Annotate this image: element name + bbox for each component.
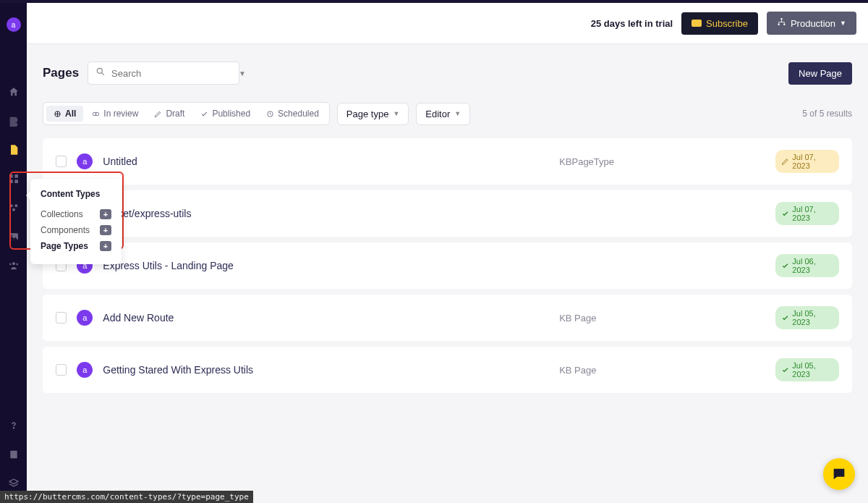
table-row[interactable]: aGetting Stared With Express UtilsKB Pag… (43, 347, 852, 393)
svg-point-5 (14, 204, 17, 207)
home-icon[interactable] (7, 85, 20, 98)
row-type: KB Page (559, 365, 765, 376)
svg-rect-0 (9, 174, 13, 178)
editor-filter[interactable]: Editor▼ (416, 103, 470, 125)
svg-rect-13 (10, 451, 17, 459)
svg-rect-14 (780, 18, 782, 20)
svg-point-10 (9, 263, 12, 266)
chevron-down-icon[interactable]: ▼ (239, 69, 246, 77)
row-date-badge: Jul 05, 2023 (775, 358, 839, 381)
svg-rect-3 (14, 179, 18, 183)
plus-icon[interactable]: + (100, 225, 111, 235)
new-page-button[interactable]: New Page (788, 62, 852, 85)
row-avatar: a (77, 153, 93, 169)
sidebar-avatar[interactable]: a (7, 17, 21, 32)
svg-point-6 (12, 208, 15, 211)
chevron-down-icon: ▼ (840, 20, 846, 27)
row-title[interactable]: Add New Route (103, 312, 549, 324)
table-row[interactable]: aAdd New RouteKB PageJul 05, 2023 (43, 295, 852, 341)
subscribe-button[interactable]: Subscribe (681, 12, 758, 35)
chevron-down-icon: ▼ (393, 110, 399, 117)
plus-icon[interactable]: + (100, 209, 111, 219)
card-icon (692, 20, 702, 27)
row-avatar: a (77, 362, 93, 378)
row-title[interactable]: Getting Stared With Express Utils (103, 364, 549, 376)
plus-icon[interactable]: + (100, 241, 111, 251)
search-box[interactable]: ▼ (88, 62, 239, 85)
production-button[interactable]: Production ▼ (767, 12, 856, 35)
row-type: KB Page (559, 313, 765, 324)
grid-icon[interactable] (7, 172, 20, 185)
table-row[interactable]: aExpress Utils - Landing PageJul 06, 202… (43, 242, 852, 289)
svg-point-11 (16, 263, 18, 266)
row-date-badge: Jul 07, 2023 (775, 202, 839, 225)
content-types-popover: Content Types Collections + Components +… (30, 179, 122, 264)
help-icon[interactable] (7, 419, 20, 432)
svg-rect-16 (783, 24, 785, 25)
row-avatar: a (77, 310, 93, 326)
filter-scheduled[interactable]: Scheduled (259, 106, 326, 122)
filter-published[interactable]: Published (193, 106, 258, 122)
status-bar-url: https://buttercms.com/content-types/?typ… (0, 491, 253, 503)
row-date-badge: Jul 07, 2023 (775, 150, 839, 173)
header-row: Pages ▼ New Page (43, 62, 852, 85)
users-icon[interactable] (7, 259, 20, 272)
row-title[interactable]: bisiket/express-utils (103, 208, 549, 219)
filter-row: All In review Draft Published Scheduled … (43, 102, 852, 125)
search-icon (95, 67, 106, 80)
trial-text: 25 days left in trial (591, 18, 673, 29)
pages-icon[interactable] (7, 143, 20, 156)
page-title: Pages (43, 66, 79, 80)
search-input[interactable] (111, 68, 233, 79)
popover-collections[interactable]: Collections + (41, 206, 111, 222)
media-icon[interactable] (7, 230, 20, 243)
popover-title: Content Types (41, 189, 111, 199)
status-filter-group: All In review Draft Published Scheduled (43, 102, 330, 125)
svg-point-17 (97, 68, 102, 73)
row-title[interactable]: Untitled (103, 156, 549, 167)
svg-rect-1 (14, 174, 18, 178)
docs-icon[interactable] (7, 448, 20, 461)
content-types-icon[interactable] (7, 201, 20, 214)
page-type-filter[interactable]: Page type▼ (337, 103, 409, 125)
table-row[interactable]: abisiket/express-utilsJul 07, 2023 (43, 190, 852, 237)
row-checkbox[interactable] (56, 312, 67, 324)
blog-icon[interactable] (7, 114, 20, 127)
filter-all[interactable]: All (46, 106, 83, 122)
popover-components[interactable]: Components + (41, 222, 111, 238)
row-checkbox[interactable] (56, 364, 67, 376)
svg-point-9 (12, 262, 15, 265)
popover-page-types[interactable]: Page Types + (41, 238, 111, 254)
topbar: 25 days left in trial Subscribe Producti… (27, 3, 868, 44)
main-content: Pages ▼ New Page All In review Draft Pub… (27, 44, 868, 503)
filter-in-review[interactable]: In review (85, 106, 145, 122)
chevron-down-icon: ▼ (454, 110, 461, 117)
table-row[interactable]: aUntitledKBPageTypeJul 07, 2023 (43, 138, 852, 185)
svg-point-12 (13, 428, 14, 428)
filter-draft[interactable]: Draft (147, 106, 192, 122)
row-checkbox[interactable] (56, 156, 67, 167)
pages-list: aUntitledKBPageTypeJul 07, 2023abisiket/… (43, 138, 852, 393)
svg-point-8 (11, 235, 12, 237)
row-date-badge: Jul 06, 2023 (775, 254, 839, 277)
svg-point-4 (9, 204, 12, 207)
svg-rect-2 (9, 179, 13, 183)
layers-icon[interactable] (7, 477, 20, 490)
sidebar: a (0, 3, 27, 503)
row-date-badge: Jul 05, 2023 (775, 306, 839, 329)
chat-button[interactable] (823, 458, 855, 490)
row-type: KBPageType (559, 156, 765, 167)
row-title[interactable]: Express Utils - Landing Page (103, 260, 549, 271)
sitemap-icon (777, 17, 786, 29)
svg-rect-15 (778, 24, 780, 25)
results-count: 5 of 5 results (802, 109, 852, 119)
